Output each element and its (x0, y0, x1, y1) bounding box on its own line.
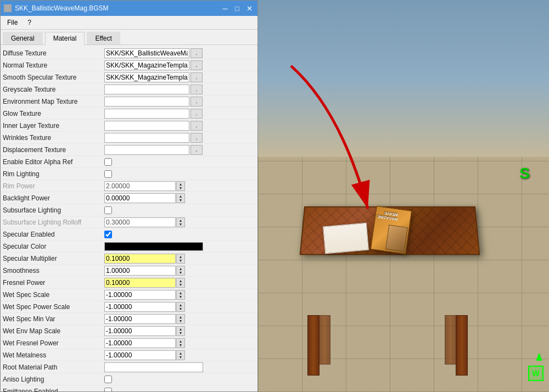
prop-label: Subsurface Lighting Rolloff (3, 219, 104, 226)
table-leg-front-left (307, 315, 320, 376)
number-input[interactable] (104, 326, 176, 336)
color-swatch[interactable] (104, 242, 203, 251)
game-viewport: MAGAZINEWEAVE S ♟ W (258, 0, 549, 392)
menu-file[interactable]: File (5, 18, 20, 27)
spinner-button[interactable]: ▲▼ (176, 254, 185, 264)
prop-row: Diffuse Texture. (1, 47, 257, 59)
prop-row: Greyscale Texture. (1, 83, 257, 96)
spinner-button[interactable]: ▲▼ (176, 314, 185, 324)
minimize-button[interactable]: ─ (220, 3, 230, 13)
prop-value-container: . (104, 109, 255, 119)
number-input[interactable] (104, 217, 176, 227)
paper-stack (323, 223, 369, 254)
prop-label: Glow Texture (3, 110, 104, 117)
checkbox-input[interactable] (104, 231, 112, 238)
tab-effect[interactable]: Effect (87, 32, 120, 44)
prop-row: Displacement Texture. (1, 144, 257, 156)
prop-label: Wet Metalness (3, 351, 104, 359)
texture-input[interactable] (104, 72, 189, 82)
prop-value-container: ▲▼ (104, 181, 255, 191)
browse-button[interactable]: . (191, 133, 203, 143)
tab-material[interactable]: Material (45, 32, 85, 45)
texture-input[interactable] (104, 97, 189, 107)
prop-value-container: . (104, 85, 255, 94)
browse-button[interactable]: . (191, 121, 203, 131)
prop-value-container: ▲▼ (104, 314, 255, 324)
prop-value-container: . (104, 145, 255, 155)
prop-label: Wet Fresnel Power (3, 339, 104, 347)
prop-value-container: . (104, 72, 255, 82)
menu-help[interactable]: ? (25, 18, 33, 27)
spinner-button[interactable]: ▲▼ (176, 193, 185, 203)
spinner-button[interactable]: ▲▼ (176, 290, 185, 300)
number-input[interactable] (104, 290, 176, 300)
number-input[interactable] (104, 181, 176, 191)
magazine-text: MAGAZINEWEAVE (377, 209, 399, 221)
restore-button[interactable]: □ (232, 3, 242, 13)
texture-input[interactable] (104, 48, 189, 58)
number-input[interactable] (104, 254, 176, 264)
prop-value-container: . (104, 60, 255, 70)
spinner-button[interactable]: ▲▼ (176, 338, 185, 348)
number-input[interactable] (104, 302, 176, 312)
prop-value-container: . (104, 133, 255, 143)
spinner-button[interactable]: ▲▼ (176, 217, 185, 227)
menu-bar: File ? (1, 16, 257, 30)
prop-label: Emittance Enabled (3, 388, 104, 392)
texture-input[interactable] (104, 109, 189, 119)
prop-row: Wrinkles Texture. (1, 132, 257, 144)
texture-input[interactable] (104, 60, 189, 70)
prop-label: Diffuse Texture (3, 49, 104, 57)
prop-row: Fresnel Power▲▼ (1, 277, 257, 289)
texture-input[interactable] (104, 85, 189, 94)
browse-button[interactable]: . (191, 60, 203, 70)
spinner-button[interactable]: ▲▼ (176, 181, 185, 191)
spinner-button[interactable]: ▲▼ (176, 350, 185, 360)
spinner-button[interactable]: ▲▼ (176, 278, 185, 288)
browse-button[interactable]: . (191, 48, 203, 58)
text-input[interactable] (104, 362, 203, 372)
prop-row: Wet Metalness▲▼ (1, 349, 257, 361)
checkbox-input[interactable] (104, 158, 112, 166)
prop-label: Backlight Power (3, 194, 104, 202)
number-input[interactable] (104, 314, 176, 324)
browse-button[interactable]: . (191, 109, 203, 119)
spinner-button[interactable]: ▲▼ (176, 326, 185, 336)
prop-value-container (104, 387, 255, 392)
player-hud-icon: ♟ (535, 351, 544, 363)
texture-input[interactable] (104, 133, 189, 143)
browse-button[interactable]: . (191, 72, 203, 82)
browse-button[interactable]: . (191, 97, 203, 107)
prop-label: Smooth Specular Texture (3, 74, 104, 81)
checkbox-input[interactable] (104, 170, 112, 178)
prop-label: Wet Env Map Scale (3, 327, 104, 335)
prop-value-container (104, 157, 255, 167)
prop-value-container (104, 169, 255, 179)
browse-button[interactable]: . (191, 145, 203, 155)
tab-general[interactable]: General (3, 32, 43, 44)
prop-value-container: . (104, 121, 255, 131)
prop-row: Subsurface Lighting (1, 204, 257, 216)
prop-label: Greyscale Texture (3, 86, 104, 93)
spinner-button[interactable]: ▲▼ (176, 302, 185, 312)
texture-input[interactable] (104, 121, 189, 131)
prop-row: Smooth Specular Texture. (1, 71, 257, 83)
number-input[interactable] (104, 266, 176, 276)
number-input[interactable] (104, 278, 176, 288)
checkbox-input[interactable] (104, 206, 112, 214)
number-input[interactable] (104, 338, 176, 348)
spinner-button[interactable]: ▲▼ (176, 266, 185, 276)
main-window: SKK_BallisticWeaveMag.BGSM ─ □ ✕ File ? … (0, 0, 258, 392)
prop-label: Specular Enabled (3, 231, 104, 238)
number-input[interactable] (104, 350, 176, 360)
checkbox-input[interactable] (104, 376, 112, 383)
title-bar: SKK_BallisticWeaveMag.BGSM ─ □ ✕ (1, 1, 257, 16)
prop-row: Aniso Lighting (1, 373, 257, 385)
prop-value-container: ▲▼ (104, 266, 255, 276)
checkbox-input[interactable] (104, 388, 112, 392)
close-button[interactable]: ✕ (244, 3, 254, 13)
texture-input[interactable] (104, 145, 189, 155)
browse-button[interactable]: . (191, 85, 203, 94)
number-input[interactable] (104, 193, 176, 203)
hud-bottom: ♟ W (528, 351, 544, 381)
